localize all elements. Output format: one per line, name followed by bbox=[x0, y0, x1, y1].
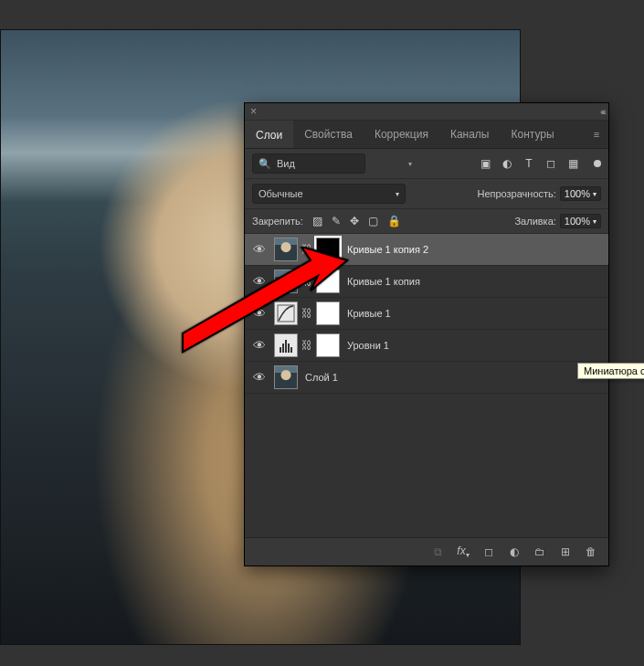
layer-mask-thumbnail[interactable] bbox=[316, 301, 340, 325]
lock-pixels-icon[interactable]: ✎ bbox=[332, 215, 341, 227]
levels-adjustment-icon[interactable] bbox=[274, 333, 298, 357]
layer-name-label[interactable]: Кривые 1 bbox=[347, 308, 391, 319]
canvas-area: × «« Слои Свойства Коррекция Каналы Конт… bbox=[0, 0, 644, 666]
opacity-value: 100% bbox=[565, 188, 590, 199]
panel-collapse-icon[interactable]: «« bbox=[600, 107, 603, 117]
visibility-eye-icon[interactable]: 👁 bbox=[252, 306, 267, 321]
layers-list: 👁⛓Кривые 1 копия 2👁⛓Кривые 1 копия👁⛓Крив… bbox=[245, 234, 608, 537]
layer-row[interactable]: 👁⛓Кривые 1 копия bbox=[245, 266, 608, 298]
layer-thumbnail[interactable] bbox=[274, 365, 298, 389]
svg-rect-3 bbox=[285, 340, 287, 353]
svg-rect-4 bbox=[288, 344, 290, 353]
filter-smart-icon[interactable]: ▦ bbox=[566, 157, 579, 170]
layer-thumbnails: ⛓ bbox=[274, 270, 340, 293]
layer-thumbnail[interactable] bbox=[274, 270, 298, 293]
panel-close-icon[interactable]: × bbox=[250, 105, 257, 118]
layer-name-label[interactable]: Уровни 1 bbox=[347, 340, 389, 351]
panel-menu-icon[interactable]: ≡ bbox=[585, 121, 608, 148]
filter-type-icon[interactable]: T bbox=[523, 157, 535, 170]
layer-name-label[interactable]: Кривые 1 копия 2 bbox=[347, 244, 428, 255]
layer-filter-dropdown[interactable]: 🔍 ▾ bbox=[252, 153, 365, 174]
layers-bottom-bar: ⧉ fx▾ ◻ ◐ 🗀 ⊞ 🗑 bbox=[245, 537, 608, 566]
chevron-down-icon: ▾ bbox=[396, 190, 399, 198]
mask-link-icon[interactable]: ⛓ bbox=[301, 339, 312, 352]
fill-input[interactable]: 100% ▾ bbox=[560, 214, 601, 228]
chevron-down-icon: ▾ bbox=[593, 217, 596, 226]
layer-name-label[interactable]: Кривые 1 копия bbox=[347, 276, 420, 287]
blend-mode-dropdown[interactable]: Обычные ▾ bbox=[252, 184, 406, 204]
search-icon: 🔍 bbox=[259, 158, 271, 170]
chevron-down-icon: ▾ bbox=[408, 160, 412, 168]
fx-icon[interactable]: fx▾ bbox=[457, 544, 470, 559]
lock-all-icon[interactable]: 🔒 bbox=[387, 215, 401, 227]
tab-label: Слои bbox=[256, 129, 282, 142]
svg-rect-1 bbox=[280, 347, 281, 353]
layer-row[interactable]: 👁Слой 1 bbox=[245, 362, 608, 394]
layer-row[interactable]: 👁⛓Кривые 1 bbox=[245, 298, 608, 330]
layer-mask-thumbnail[interactable] bbox=[316, 270, 340, 293]
panel-tabs: Слои Свойства Коррекция Каналы Контуры ≡ bbox=[245, 121, 608, 149]
svg-rect-2 bbox=[282, 344, 284, 353]
delete-layer-icon[interactable]: 🗑 bbox=[585, 545, 597, 558]
layers-panel: × «« Слои Свойства Коррекция Каналы Конт… bbox=[244, 102, 609, 566]
layer-row[interactable]: 👁⛓Кривые 1 копия 2 bbox=[245, 234, 608, 266]
lock-label: Закрепить: bbox=[252, 216, 303, 227]
mask-link-icon[interactable]: ⛓ bbox=[301, 275, 312, 288]
layer-name-label[interactable]: Слой 1 bbox=[305, 372, 338, 383]
tab-label: Контуры bbox=[512, 128, 554, 141]
blend-row: Обычные ▾ Непрозрачность: 100% ▾ bbox=[245, 179, 608, 209]
layer-thumbnails: ⛓ bbox=[274, 333, 340, 357]
panel-titlebar: × «« bbox=[245, 103, 608, 121]
visibility-eye-icon[interactable]: 👁 bbox=[252, 242, 267, 257]
mask-link-icon[interactable]: ⛓ bbox=[301, 307, 312, 320]
lock-transparency-icon[interactable]: ▨ bbox=[312, 215, 322, 227]
tab-label: Коррекция bbox=[375, 128, 428, 141]
filter-input[interactable] bbox=[275, 157, 405, 170]
tab-properties[interactable]: Свойства bbox=[293, 121, 364, 148]
lock-row: Закрепить: ▨ ✎ ✥ ▢ 🔒 Заливка: 100% ▾ bbox=[245, 209, 608, 234]
tab-label: Свойства bbox=[304, 128, 353, 141]
lock-position-icon[interactable]: ✥ bbox=[350, 215, 359, 227]
new-group-icon[interactable]: 🗀 bbox=[533, 545, 546, 558]
blend-mode-value: Обычные bbox=[259, 188, 303, 199]
layer-mask-thumbnail[interactable] bbox=[316, 238, 340, 261]
opacity-label: Непрозрачность: bbox=[477, 188, 555, 199]
mask-link-icon[interactable]: ⛓ bbox=[301, 243, 312, 256]
chevron-down-icon: ▾ bbox=[593, 190, 596, 198]
opacity-input[interactable]: 100% ▾ bbox=[560, 186, 601, 201]
tab-label: Каналы bbox=[450, 128, 490, 141]
add-mask-icon[interactable]: ◻ bbox=[482, 545, 495, 558]
tab-paths[interactable]: Контуры bbox=[501, 121, 565, 148]
tab-adjustments[interactable]: Коррекция bbox=[364, 121, 439, 148]
layer-mask-thumbnail[interactable] bbox=[316, 333, 340, 357]
visibility-eye-icon[interactable]: 👁 bbox=[252, 370, 267, 385]
fill-label: Заливка: bbox=[514, 216, 555, 227]
add-adjustment-icon[interactable]: ◐ bbox=[508, 545, 521, 558]
tab-channels[interactable]: Каналы bbox=[439, 121, 501, 148]
filter-adjust-icon[interactable]: ◐ bbox=[501, 157, 513, 170]
filter-pixel-icon[interactable]: ▣ bbox=[479, 157, 491, 170]
svg-rect-5 bbox=[290, 347, 292, 353]
layer-row[interactable]: 👁⛓Уровни 1 bbox=[245, 330, 608, 362]
new-layer-icon[interactable]: ⊞ bbox=[559, 545, 572, 558]
filter-toggle[interactable] bbox=[594, 160, 601, 167]
layer-thumbnails: ⛓ bbox=[274, 301, 340, 325]
visibility-eye-icon[interactable]: 👁 bbox=[252, 274, 267, 289]
filter-toolbar: 🔍 ▾ ▣ ◐ T ◻ ▦ bbox=[245, 149, 608, 179]
filter-shape-icon[interactable]: ◻ bbox=[544, 157, 557, 170]
layer-thumbnails: ⛓ bbox=[274, 238, 340, 261]
layer-thumbnails bbox=[274, 365, 298, 389]
mask-thumbnail-tooltip: Миниатюра слой-маски bbox=[577, 363, 644, 379]
fill-value: 100% bbox=[565, 216, 590, 227]
tooltip-text: Миниатюра слой-маски bbox=[584, 365, 644, 376]
lock-artboard-icon[interactable]: ▢ bbox=[368, 215, 378, 227]
layer-thumbnail[interactable] bbox=[274, 238, 298, 261]
visibility-eye-icon[interactable]: 👁 bbox=[252, 338, 267, 353]
tab-layers[interactable]: Слои bbox=[245, 121, 293, 148]
link-layers-icon[interactable]: ⧉ bbox=[431, 545, 444, 558]
curves-adjustment-icon[interactable] bbox=[274, 301, 298, 325]
